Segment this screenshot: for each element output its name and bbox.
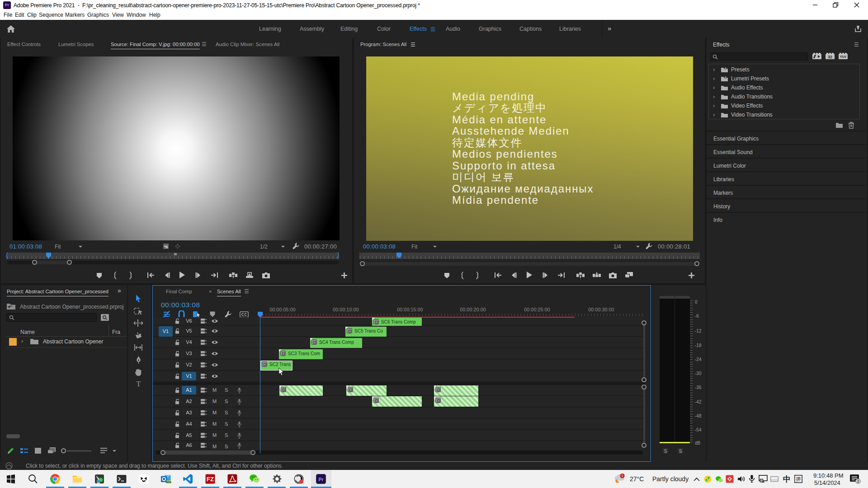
svg-text:Pr: Pr [318, 477, 323, 482]
svg-text:FZ: FZ [207, 476, 214, 483]
svg-text:1: 1 [622, 474, 623, 478]
svg-text:32: 32 [828, 55, 832, 59]
svg-text:T: T [137, 380, 141, 388]
svg-text:NEW: NEW [166, 481, 171, 483]
svg-text:2: 2 [857, 479, 859, 483]
svg-text:拼: 拼 [796, 476, 801, 482]
svg-text:YUV: YUV [840, 55, 847, 58]
